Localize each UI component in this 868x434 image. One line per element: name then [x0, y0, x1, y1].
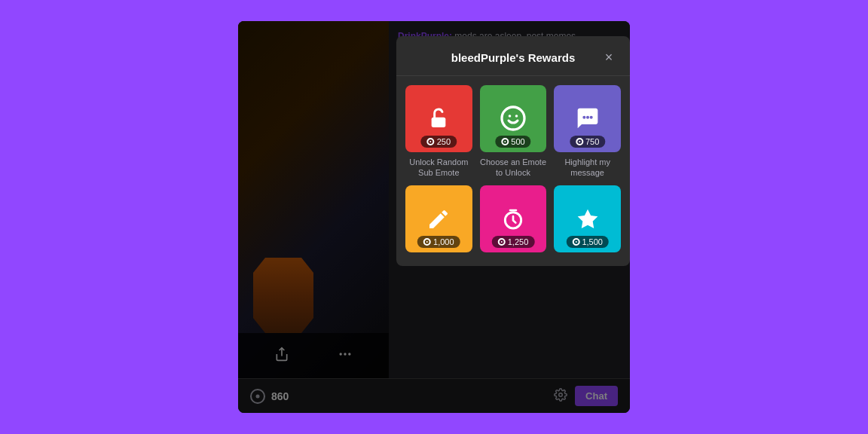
reward-cost-1: 250: [421, 136, 457, 148]
reward-item-unlock-random[interactable]: 250 Unlock Random Sub Emote: [405, 85, 472, 178]
cost-value-4: 1,000: [433, 237, 454, 246]
cost-value-2: 500: [511, 137, 524, 146]
reward-label-3: Highlight my message: [554, 157, 621, 179]
reward-cost-2: 500: [495, 136, 530, 148]
reward-item-6[interactable]: 1,500: [554, 185, 621, 257]
svg-point-9: [586, 116, 589, 119]
points-icon-1: [427, 138, 435, 145]
modal-header: bleedPurple's Rewards ×: [396, 36, 630, 76]
smile-icon: [500, 105, 527, 132]
points-icon-3: [576, 138, 583, 145]
main-container: DrinkPurple: mods are asleep, post memes…: [238, 21, 630, 413]
reward-item-4[interactable]: 1,000: [405, 185, 472, 257]
reward-cost-5: 1,250: [492, 236, 535, 248]
modal-overlay: bleedPurple's Rewards ×: [238, 21, 630, 413]
reward-cost-4: 1,000: [417, 236, 460, 248]
points-icon-4: [423, 238, 431, 246]
timer-icon: [501, 207, 525, 231]
modal-title: bleedPurple's Rewards: [426, 51, 600, 64]
svg-point-5: [502, 107, 524, 130]
reward-label-2: Choose an Emote to Unlock: [480, 157, 547, 179]
star-icon: [576, 207, 600, 231]
rewards-grid: 250 Unlock Random Sub Emote: [405, 85, 621, 257]
svg-point-8: [582, 116, 585, 119]
pencil-icon: [426, 207, 451, 231]
cost-value-1: 250: [437, 137, 451, 146]
reward-item-5[interactable]: 1,250: [480, 185, 547, 257]
rewards-modal: bleedPurple's Rewards ×: [396, 36, 630, 266]
reward-card-cyan: 1,500: [554, 185, 621, 252]
svg-point-6: [509, 115, 512, 118]
cost-value-6: 1,500: [582, 237, 603, 246]
reward-card-pink: 1,250: [480, 185, 547, 252]
points-icon-2: [501, 138, 509, 145]
reward-item-highlight[interactable]: 750 Highlight my message: [554, 85, 621, 178]
reward-card-red: 250: [405, 85, 472, 152]
svg-rect-4: [432, 118, 446, 127]
lock-icon: [426, 105, 451, 132]
reward-card-green: 500: [480, 85, 547, 152]
reward-cost-6: 1,500: [566, 236, 609, 248]
reward-card-purple: 750: [554, 85, 621, 152]
reward-label-1: Unlock Random Sub Emote: [405, 157, 472, 179]
points-icon-6: [572, 238, 579, 246]
svg-point-7: [515, 115, 518, 118]
reward-card-orange: 1,000: [405, 185, 472, 252]
svg-point-10: [589, 116, 592, 119]
cost-value-5: 1,250: [508, 237, 529, 246]
close-button[interactable]: ×: [600, 48, 618, 66]
chat-bubble-icon: [576, 106, 600, 130]
reward-item-choose-emote[interactable]: 500 Choose an Emote to Unlock: [480, 85, 547, 178]
modal-body: 250 Unlock Random Sub Emote: [396, 76, 630, 266]
points-icon-5: [498, 238, 506, 246]
reward-cost-3: 750: [570, 136, 605, 148]
cost-value-3: 750: [585, 137, 599, 146]
